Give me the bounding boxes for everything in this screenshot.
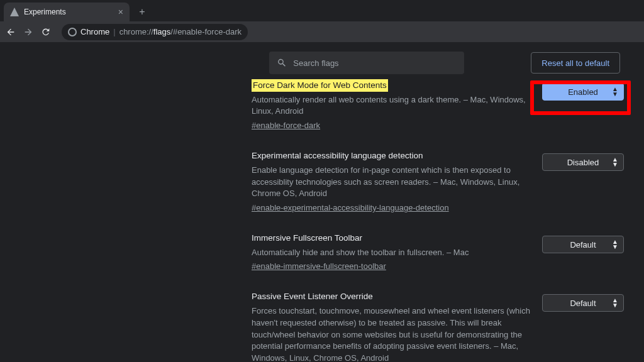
flag-description: Forces touchstart, touchmove, mousewheel… [252,305,531,362]
flags-list: Force Dark Mode for Web ContentsAutomati… [252,79,630,362]
flag-row: Passive Event Listener OverrideForces to… [252,290,630,362]
flag-dropdown[interactable]: Default▲▼ [542,294,624,312]
flag-title: Passive Event Listener Override [252,290,373,303]
browser-toolbar: Chrome | chrome://flags/#enable-force-da… [0,21,644,43]
flag-title-row: Immersive Fullscreen Toolbar [252,232,531,244]
reload-icon [41,27,51,37]
close-icon[interactable]: × [118,7,123,17]
chrome-icon [68,28,77,36]
flag-dropdown-wrap: Enabled▲▼ [542,79,630,132]
search-box[interactable] [269,52,464,74]
browser-tab[interactable]: Experiments × [4,3,130,21]
new-tab-button[interactable]: + [133,3,151,21]
flag-row: Experimental accessibility language dete… [252,150,630,214]
flag-title-row: Experimental accessibility language dete… [252,150,531,162]
flag-text: Experimental accessibility language dete… [252,150,531,214]
tab-strip: Experiments × + [0,0,644,21]
flag-row: Force Dark Mode for Web ContentsAutomati… [252,79,630,132]
reset-all-button[interactable]: Reset all to default [531,52,620,74]
flag-dropdown-wrap: Disabled▲▼ [542,150,630,214]
flag-dropdown[interactable]: Disabled▲▼ [542,153,624,171]
dropdown-label: Enabled [568,87,598,97]
flag-hash-link[interactable]: #enable-experimental-accessibility-langu… [252,203,449,212]
flag-hash-link[interactable]: #enable-immersive-fullscreen-toolbar [252,261,386,271]
flag-description: Enable language detection for in-page co… [252,165,531,200]
flag-dropdown[interactable]: Default▲▼ [542,236,624,253]
flag-title-row: Force Dark Mode for Web Contents [252,79,531,92]
back-button[interactable] [5,26,16,38]
flag-row: Immersive Fullscreen ToolbarAutomaticall… [252,232,630,273]
flag-dropdown-wrap: Default▲▼ [542,290,630,362]
flask-icon [10,8,19,16]
flag-description: Automatically render all web contents us… [252,94,531,118]
flag-title-row: Passive Event Listener Override [252,290,531,303]
flag-title: Force Dark Mode for Web Contents [252,79,388,92]
flag-hash-link[interactable]: #enable-force-dark [252,121,320,130]
flags-header: Reset all to default [252,43,638,82]
forward-button[interactable] [23,26,34,38]
omnibox-separator: | [113,27,115,36]
dropdown-label: Disabled [567,158,599,167]
reload-button[interactable] [40,26,52,38]
search-icon [277,57,287,69]
flag-text: Passive Event Listener OverrideForces to… [252,290,531,362]
flag-title: Experimental accessibility language dete… [252,150,423,162]
flag-text: Force Dark Mode for Web ContentsAutomati… [252,79,531,132]
flag-dropdown-wrap: Default▲▼ [542,232,630,273]
chevron-updown-icon: ▲▼ [612,87,618,97]
omnibox-url: chrome://flags/#enable-force-dark [119,27,242,36]
omnibox-label: Chrome [80,27,109,36]
dropdown-label: Default [570,240,596,250]
flag-title: Immersive Fullscreen Toolbar [252,232,362,244]
arrow-right-icon [23,27,33,37]
flag-dropdown[interactable]: Enabled▲▼ [542,83,624,101]
address-bar[interactable]: Chrome | chrome://flags/#enable-force-da… [62,24,248,40]
dropdown-label: Default [570,299,596,308]
flag-description: Automatically hide and show the toolbar … [252,247,531,259]
arrow-left-icon [6,27,16,37]
page-content: Reset all to default Force Dark Mode for… [0,43,644,362]
flag-text: Immersive Fullscreen ToolbarAutomaticall… [252,232,531,273]
chevron-updown-icon: ▲▼ [612,239,618,250]
search-input[interactable] [293,58,457,68]
tab-title: Experiments [24,8,113,16]
chevron-updown-icon: ▲▼ [612,157,618,167]
chevron-updown-icon: ▲▼ [612,298,618,308]
